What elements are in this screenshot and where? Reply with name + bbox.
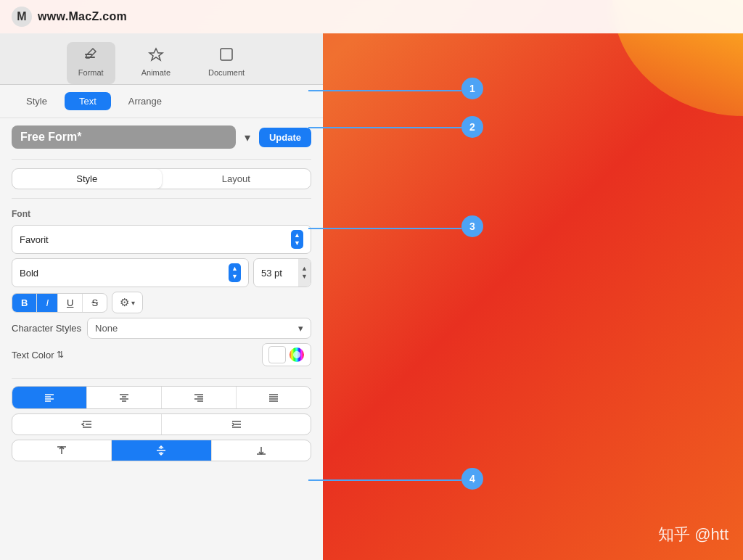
- font-size-up[interactable]: ▲: [301, 265, 308, 273]
- text-format-row: B I U S ⚙ ▾: [12, 292, 311, 313]
- mac-url: www.MacZ.com: [38, 10, 127, 23]
- character-styles-label: Character Styles: [12, 323, 81, 334]
- color-swatch-container[interactable]: [262, 343, 311, 366]
- style-name-box: Free Form*: [12, 125, 236, 149]
- toolbar-animate[interactable]: Animate: [130, 42, 182, 84]
- underline-button[interactable]: U: [58, 294, 83, 312]
- annotation-line-2: [308, 127, 461, 128]
- svg-rect-4: [221, 49, 232, 60]
- font-size-field[interactable]: 53 pt ▲ ▼: [253, 258, 311, 287]
- toolbar-document[interactable]: Document: [197, 42, 256, 84]
- tab-text[interactable]: Text: [65, 92, 111, 110]
- character-styles-row: Character Styles None ▾: [12, 318, 311, 339]
- font-section: Font Favorit ▲ ▼ Bold ▲ ▼ 53 pt: [0, 202, 323, 375]
- annotation-line-4: [308, 479, 461, 481]
- svg-point-6: [293, 351, 300, 358]
- color-swatch: [268, 346, 286, 363]
- svg-text:M: M: [17, 10, 26, 22]
- annotation-line-3: [308, 228, 461, 229]
- animate-label: Animate: [141, 68, 171, 77]
- update-button[interactable]: Update: [259, 128, 311, 147]
- annotation-4: 4: [461, 468, 483, 490]
- annotation-1: 1: [461, 78, 483, 99]
- character-styles-select[interactable]: None ▾: [87, 318, 311, 339]
- font-weight-stepper[interactable]: ▲ ▼: [229, 263, 241, 282]
- annotation-2: 2: [461, 116, 483, 138]
- indent-row: [12, 413, 311, 435]
- align-center-icon: [118, 392, 130, 403]
- annotation-3: 3: [461, 215, 483, 237]
- text-format-group: B I U S: [12, 293, 107, 313]
- italic-button[interactable]: I: [37, 294, 58, 312]
- gear-button[interactable]: ⚙ ▾: [112, 292, 143, 313]
- vertical-align-row: [12, 440, 311, 461]
- text-color-label: Text Color ⇅: [12, 350, 64, 361]
- character-styles-value: None: [95, 323, 118, 334]
- style-name-row: Free Form* ▾ Update: [0, 118, 323, 156]
- font-family-down[interactable]: ▼: [292, 239, 302, 247]
- indent-decrease-button[interactable]: [12, 414, 162, 435]
- font-family-row: Favorit ▲ ▼: [12, 225, 311, 254]
- vert-align-top-button[interactable]: [12, 440, 112, 461]
- divider-1: [12, 159, 311, 160]
- font-weight-down[interactable]: ▼: [230, 273, 239, 281]
- style-chevron-button[interactable]: ▾: [242, 128, 253, 147]
- toolbar: Format Animate Document: [0, 33, 323, 85]
- style-name-text: Free Form*: [20, 131, 81, 144]
- format-label: Format: [78, 68, 104, 77]
- font-family-value: Favorit: [20, 234, 49, 245]
- style-toggle-button[interactable]: Style: [12, 169, 162, 189]
- horizontal-align-row: [12, 386, 311, 409]
- gear-chevron-icon: ▾: [131, 299, 135, 307]
- font-weight-value: Bold: [20, 268, 38, 279]
- align-justify-button[interactable]: [237, 387, 311, 408]
- indent-increase-icon: [230, 419, 243, 430]
- text-color-row: Text Color ⇅: [12, 343, 311, 366]
- character-styles-chevron-icon: ▾: [298, 323, 303, 334]
- alignment-section: [0, 382, 323, 470]
- vert-align-top-icon: [56, 445, 67, 456]
- document-icon: [218, 46, 234, 66]
- text-color-adjust-icon: ⇅: [57, 350, 64, 360]
- mac-logo-icon: M: [12, 7, 32, 27]
- font-family-stepper[interactable]: ▲ ▼: [291, 230, 303, 249]
- animate-icon: [148, 46, 164, 66]
- toolbar-format[interactable]: Format: [67, 42, 115, 84]
- vert-align-middle-button[interactable]: [112, 440, 211, 461]
- font-family-up[interactable]: ▲: [292, 231, 302, 239]
- align-justify-icon: [268, 392, 279, 403]
- vert-align-bottom-button[interactable]: [212, 440, 311, 461]
- font-size-down[interactable]: ▼: [301, 273, 308, 281]
- format-icon: [83, 46, 99, 66]
- bold-button[interactable]: B: [12, 294, 37, 312]
- font-section-label: Font: [12, 209, 311, 219]
- font-weight-field[interactable]: Bold ▲ ▼: [12, 258, 249, 287]
- tabs-row: Style Text Arrange: [0, 85, 323, 118]
- document-label: Document: [208, 68, 245, 77]
- strikethrough-button[interactable]: S: [83, 294, 107, 312]
- watermark: 知乎 @htt: [658, 524, 728, 545]
- align-right-button[interactable]: [162, 387, 237, 408]
- annotation-line-1: [308, 90, 461, 91]
- indent-decrease-icon: [81, 419, 94, 430]
- align-left-icon: [44, 392, 55, 403]
- font-family-field[interactable]: Favorit ▲ ▼: [12, 225, 311, 254]
- tab-arrange[interactable]: Arrange: [114, 92, 176, 110]
- gear-icon: ⚙: [120, 296, 129, 309]
- tab-style[interactable]: Style: [12, 92, 62, 110]
- align-center-button[interactable]: [87, 387, 162, 408]
- align-left-button[interactable]: [12, 387, 87, 408]
- style-layout-row: Style Layout: [0, 162, 323, 195]
- mac-header: M www.MacZ.com: [0, 0, 743, 33]
- vert-align-bottom-icon: [255, 445, 267, 456]
- vert-align-middle-icon: [155, 445, 167, 456]
- align-right-icon: [193, 392, 205, 403]
- indent-increase-button[interactable]: [162, 414, 311, 435]
- layout-toggle-button[interactable]: Layout: [162, 169, 311, 189]
- font-size-value: 53 pt: [254, 263, 298, 283]
- divider-3: [12, 378, 311, 379]
- sidebar-panel: Format Animate Document Style Text: [0, 33, 323, 560]
- color-wheel-icon: [289, 347, 305, 363]
- font-weight-up[interactable]: ▲: [230, 265, 239, 273]
- style-layout-toggle: Style Layout: [12, 168, 311, 189]
